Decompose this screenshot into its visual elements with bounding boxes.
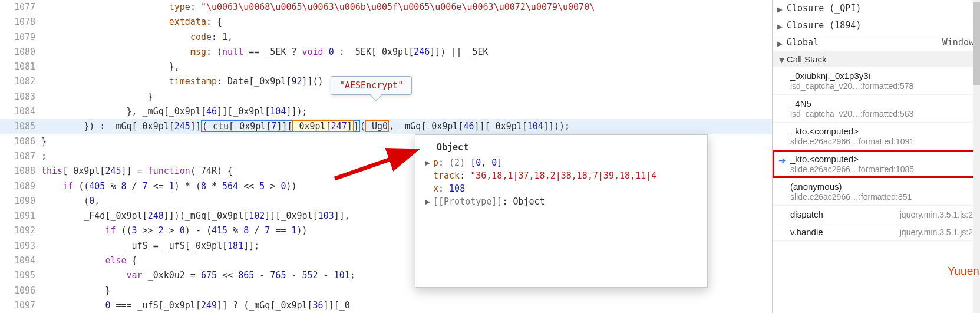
scope-closure-b[interactable]: ▶ Closure (1894) (773, 17, 980, 34)
code-line-current[interactable]: 1085 }) : _mGq[_0x9pl[245]](_ctu[_0x9pl[… (0, 119, 772, 134)
chevron-right-icon[interactable]: ▶ (425, 196, 433, 207)
chevron-right-icon[interactable]: ▶ (777, 21, 783, 32)
object-prop-p[interactable]: ▶p: (2) [0, 0] (415, 156, 707, 169)
call-stack-frame[interactable]: ➔_kto.<computed>slide.e26ac2966…formatte… (773, 150, 980, 178)
call-stack-frame[interactable]: _0xiubknj._0x1p3y3iisd_captcha_v20…:form… (773, 67, 980, 95)
call-stack-frame[interactable]: _kto.<computed>slide.e26ac2966…formatted… (773, 123, 980, 150)
object-prop-track[interactable]: track: "36,18,1|37,18,2|38,18,7|39,18,11… (415, 169, 707, 182)
chevron-down-icon[interactable]: ▼ (777, 55, 786, 65)
call-stack-list: _0xiubknj._0x1p3y3iisd_captcha_v20…:form… (773, 67, 980, 241)
line-number: 1077 (0, 0, 41, 15)
chevron-right-icon[interactable]: ▶ (777, 4, 783, 15)
call-stack-header[interactable]: ▼ Call Stack (773, 51, 980, 67)
call-stack-frame[interactable]: (anonymous)slide.e26ac2966…:formatted:85… (773, 178, 980, 206)
call-stack-frame[interactable]: dispatchjquery.min.3.5.1.js:2 (773, 206, 980, 223)
code-line: 1077 type: "\u0063\u0068\u0065\u0063\u00… (0, 0, 772, 15)
scrollbar-thumb[interactable] (973, 2, 980, 85)
value-tooltip: "AESEncrypt" (331, 76, 412, 95)
chevron-right-icon[interactable]: ▶ (777, 38, 783, 50)
object-title: Object (415, 140, 707, 156)
scope-global[interactable]: ▶ GlobalWindow (773, 34, 980, 51)
call-stack-frame[interactable]: _4N5isd_captcha_v20…:formatted:563 (773, 95, 980, 123)
current-frame-icon: ➔ (778, 155, 786, 166)
object-prop-proto[interactable]: ▶[[Prototype]]: Object (415, 195, 707, 208)
code-editor[interactable]: 1077 type: "\u0063\u0068\u0065\u0063\u00… (0, 0, 772, 313)
watermark: Yuuen.com (948, 265, 980, 278)
call-stack-frame[interactable]: v.handlejquery.min.3.5.1.js:2 (773, 223, 980, 241)
object-prop-x[interactable]: x: 108 (415, 182, 707, 195)
debugger-side-panel[interactable]: ▶ Closure (_QPI) ▶ Closure (1894) ▶ Glob… (772, 0, 980, 313)
object-inspector-popup[interactable]: Object ▶p: (2) [0, 0] track: "36,18,1|37… (415, 134, 708, 288)
chevron-right-icon[interactable]: ▶ (425, 157, 433, 168)
scope-closure-a[interactable]: ▶ Closure (_QPI) (773, 0, 980, 17)
